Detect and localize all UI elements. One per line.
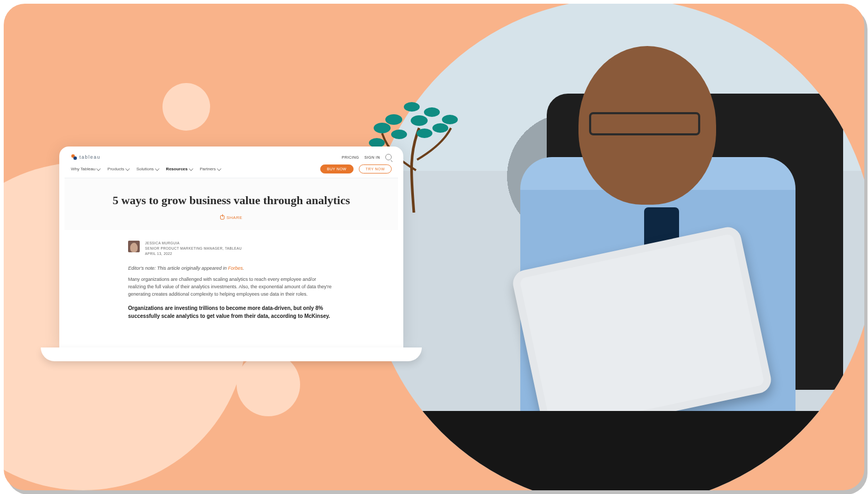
photo-desk (367, 411, 864, 490)
share-button[interactable]: SHARE (220, 215, 242, 220)
laptop-screen: tableau PRICING SIGN IN Why Tableau (59, 147, 403, 347)
promo-card: tableau PRICING SIGN IN Why Tableau (4, 4, 864, 490)
share-icon (220, 215, 224, 219)
nav-item-label: Resources (166, 167, 188, 171)
svg-point-0 (374, 123, 391, 133)
nav-solutions[interactable]: Solutions (137, 167, 159, 171)
page-title: 5 ways to grow business value through an… (71, 193, 392, 208)
publish-date: APRIL 13, 2022 (145, 251, 242, 257)
nav-partners[interactable]: Partners (200, 167, 221, 171)
share-label: SHARE (227, 215, 242, 220)
laptop-base (41, 347, 422, 361)
signin-link[interactable]: SIGN IN (364, 155, 380, 159)
pricing-link[interactable]: PRICING (342, 155, 359, 159)
nav-item-label: Partners (200, 167, 216, 171)
chevron-down-icon (217, 166, 221, 170)
nav-products[interactable]: Products (107, 167, 129, 171)
brand-name: tableau (79, 154, 101, 160)
brand-logo[interactable]: tableau (71, 154, 101, 160)
top-right-links: PRICING SIGN IN (342, 154, 392, 160)
svg-point-5 (424, 107, 440, 117)
chevron-down-icon (125, 166, 129, 170)
editors-note: Editor's note: This article originally a… (128, 266, 334, 271)
svg-point-6 (432, 123, 448, 133)
cta-group: BUY NOW TRY NOW (320, 164, 392, 173)
chevron-down-icon (96, 166, 101, 170)
laptop-mockup: tableau PRICING SIGN IN Why Tableau (41, 147, 422, 361)
svg-point-3 (391, 130, 407, 139)
chevron-down-icon (188, 166, 193, 170)
nav-item-label: Solutions (137, 167, 154, 171)
editors-note-prefix: Editor's note: This article originally a… (128, 266, 228, 271)
editors-note-suffix: . (243, 266, 245, 271)
svg-point-8 (404, 102, 420, 112)
article-body: JESSICA MURGUIA SENIOR PRODUCT MARKETING… (65, 230, 398, 320)
byline: JESSICA MURGUIA SENIOR PRODUCT MARKETING… (128, 241, 334, 256)
nav-row: Why Tableau Products Solutions Reso (65, 162, 398, 178)
svg-point-1 (385, 114, 402, 125)
search-icon[interactable] (385, 154, 392, 160)
nav-resources[interactable]: Resources (166, 167, 193, 171)
nav-why-tableau[interactable]: Why Tableau (71, 167, 100, 171)
try-now-button[interactable]: TRY NOW (359, 164, 392, 173)
bg-circle-medium (237, 353, 300, 416)
photo-glasses (589, 112, 700, 135)
author-role: SENIOR PRODUCT MARKETING MANAGER, TABLEA… (145, 246, 242, 251)
svg-point-9 (417, 129, 432, 138)
top-bar: tableau PRICING SIGN IN (65, 152, 398, 162)
buy-now-button[interactable]: BUY NOW (320, 164, 354, 173)
primary-nav: Why Tableau Products Solutions Reso (71, 167, 221, 171)
svg-point-4 (411, 115, 428, 126)
article-paragraph-2: Organizations are investing trillions to… (128, 305, 334, 320)
author-avatar (128, 241, 140, 252)
hero-photo-circle (367, 4, 864, 490)
chevron-down-icon (155, 166, 159, 170)
nav-item-label: Products (107, 167, 124, 171)
article-hero: 5 ways to grow business value through an… (65, 178, 398, 230)
svg-point-7 (442, 115, 458, 124)
brand-mark-icon (71, 154, 77, 160)
editors-note-source-link[interactable]: Forbes (228, 266, 243, 271)
article-paragraph-1: Many organizations are challenged with s… (128, 276, 334, 298)
byline-text: JESSICA MURGUIA SENIOR PRODUCT MARKETING… (145, 241, 242, 256)
nav-item-label: Why Tableau (71, 167, 95, 171)
author-name: JESSICA MURGUIA (145, 241, 242, 246)
article-page: tableau PRICING SIGN IN Why Tableau (65, 152, 398, 342)
bg-circle-small (162, 83, 210, 131)
